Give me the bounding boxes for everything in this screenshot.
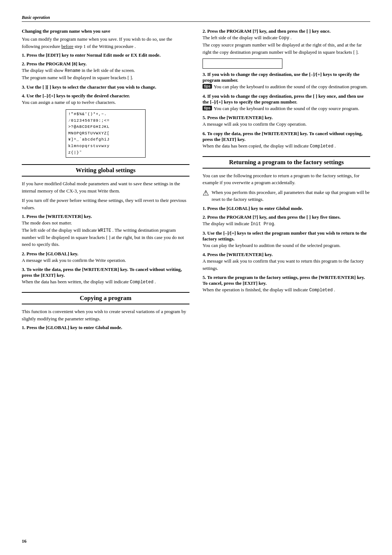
factory-step-3-label: 3. Use the [–]/[+] keys to select the pr… (203, 230, 367, 242)
step-1-edit-text: Press the [EDIT] key to enter Normal Edi… (26, 52, 160, 58)
char-row-7: z{|}˜ (68, 150, 143, 156)
factory-step-5-label: 5. To return the program to the factory … (203, 275, 365, 286)
copy-step-6: 6. To copy the data, press the [WRITE/EN… (203, 131, 370, 150)
factory-step-5: 5. To return the program to the factory … (203, 275, 370, 293)
copying-heading: Copying a program (22, 292, 189, 304)
tips-icon-1: tips (203, 84, 212, 89)
factory-warning-text: When you perform this procedure, all par… (212, 189, 370, 203)
step-4-specify-char: 4. Use the [–]/[+] keys to specify the d… (22, 93, 189, 106)
step-1-edit-label: 1. (22, 52, 26, 58)
factory-step-3-body: You can play the keyboard to audition th… (203, 242, 370, 249)
copy-step-5-body: A message will ask you to confirm the Co… (203, 121, 370, 128)
factory-intro: You can use the following procedure to r… (203, 172, 370, 186)
write-step-3: 3. To write the data, press the [WRITE/E… (22, 267, 189, 285)
char-row-5: ¥]^_`abcdefghiJ (68, 137, 143, 143)
write-step-1-body: The mode does not matter. The left side … (22, 219, 189, 248)
step-4-body: You can assign a name of up to twelve ch… (22, 99, 189, 106)
factory-step-1-label: 1. Press the [GLOBAL] key to enter Globa… (203, 206, 303, 211)
copy-step-3-label: 3. If you wish to change the copy destin… (203, 72, 359, 83)
header-bar: Basic operation (22, 15, 370, 22)
copy-step-3-tip: tips You can play the keyboard to auditi… (203, 83, 370, 90)
write-step-2-body: A message will ask you to confirm the Wr… (22, 257, 189, 264)
write-step-2-label: 2. Press the [GLOBAL] key. (22, 251, 78, 256)
step-2-label: 2. Press the PROGRAM [8] key. (22, 61, 86, 66)
right-column: 2. Press the PROGRAM [7] key, and then p… (203, 28, 370, 333)
copy-step-6-label: 6. To copy the data, press the [WRITE/EN… (203, 131, 363, 142)
copy-step-3-tip-text: You can play the keyboard to audition th… (214, 83, 368, 90)
char-row-4: MNOPQRSTUVWXYZ[ (68, 130, 143, 137)
subsection-changing-name: Changing the program name when you save … (22, 28, 189, 158)
header-label: Basic operation (22, 15, 50, 20)
copy-step-4-tip-text: You can play the keyboard to audition th… (214, 105, 359, 112)
char-row-3: >?@ABCDEFGHIJKL (68, 124, 143, 130)
page-number: 16 (22, 538, 26, 544)
char-table: !"#$%&'()*+,−. ∕0123456789:;<= >?@ABCDEF… (66, 109, 146, 158)
copying-intro: This function is convenient when you wis… (22, 308, 189, 322)
factory-step-3: 3. Use the [–]/[+] keys to select the pr… (203, 230, 370, 249)
left-column: Changing the program name when you save … (22, 28, 189, 333)
write-step-1: 1. Press the [WRITE/ENTER] key. The mode… (22, 214, 189, 248)
factory-settings-heading: Returning a program to the factory setti… (203, 156, 370, 169)
factory-step-2-label: 2. Press the PROGRAM [7] key, and then p… (203, 214, 340, 220)
copy-step-4-label: 4. If you wish to change the copy destin… (203, 93, 364, 105)
copy-step-2: 2. Press the PROGRAM [7] key, and then p… (203, 28, 370, 69)
factory-step-4-label: 4. Press the [WRITE/ENTER] key. (203, 252, 273, 257)
factory-step-5-body: When the operation is finished, the disp… (203, 286, 370, 293)
writing-intro-1: If you have modified Global mode paramet… (22, 180, 189, 194)
step-3-label: 3. Use the [ ][ ] keys to select the cha… (22, 84, 156, 90)
page: Basic operation Changing the program nam… (0, 0, 392, 555)
factory-step-2: 2. Press the PROGRAM [7] key, and then p… (203, 214, 370, 227)
write-step-2: 2. Press the [GLOBAL] key. A message wil… (22, 251, 189, 264)
copy-step-5: 5. Press the [WRITE/ENTER] key. A messag… (203, 115, 370, 128)
char-row-2: ∕0123456789:;<= (68, 118, 143, 124)
copy-step-2-body: The left side of the display will indica… (203, 34, 370, 56)
factory-step-1: 1. Press the [GLOBAL] key to enter Globa… (203, 206, 370, 211)
copy-step-6-body: When the data has been copied, the displ… (203, 142, 370, 150)
copy-step-1: 1. Press the [GLOBAL] key to enter Globa… (22, 325, 189, 331)
write-step-1-label: 1. Press the [WRITE/ENTER] key. (22, 214, 92, 219)
factory-step-4-body: A message will ask you to confirm that y… (203, 258, 370, 272)
copy-step-4: 4. If you wish to change the copy destin… (203, 93, 370, 112)
copy-step-3: 3. If you wish to change the copy destin… (203, 72, 370, 90)
copy-step-2-label: 2. Press the PROGRAM [7] key, and then p… (203, 28, 331, 34)
step-2-program8: 2. Press the PROGRAM [8] key. The displa… (22, 61, 189, 81)
writing-global-heading: Writing global settings (22, 164, 189, 177)
factory-warning-block: ⚠ When you perform this procedure, all p… (203, 189, 370, 203)
copy-step-4-tip: tips You can play the keyboard to auditi… (203, 105, 370, 112)
step-2-body: The display will show Rename in the left… (22, 67, 189, 81)
step-3-select-char: 3. Use the [ ][ ] keys to select the cha… (22, 84, 189, 90)
write-step-3-label: 3. To write the data, press the [WRITE/E… (22, 267, 182, 278)
tips-icon-2: tips (203, 106, 212, 110)
step-1-edit: 1. Press the [EDIT] key to enter Normal … (22, 52, 189, 58)
changing-name-intro: You can modify the program name when you… (22, 36, 189, 50)
two-col-layout: Changing the program name when you save … (22, 28, 370, 333)
copy-display-box (203, 58, 282, 69)
writing-intro-2: If you turn off the power before writing… (22, 197, 189, 211)
step-4-label: 4. Use the [–]/[+] keys to specify the d… (22, 93, 130, 98)
warning-icon: ⚠ (203, 189, 209, 197)
char-row-6: klmnopqrstuvwxy (68, 143, 143, 150)
copy-step-5-label: 5. Press the [WRITE/ENTER] key. (203, 115, 273, 120)
factory-step-2-body: The display will indicate Init Prog. (203, 220, 370, 227)
write-step-3-body: When the data has been written, the disp… (22, 278, 189, 285)
copy-step-1-label: 1. Press the [GLOBAL] key to enter Globa… (22, 325, 122, 330)
changing-name-heading: Changing the program name when you save (22, 28, 189, 34)
factory-step-4: 4. Press the [WRITE/ENTER] key. A messag… (203, 252, 370, 272)
char-row-1: !"#$%&'()*+,−. (68, 111, 143, 118)
